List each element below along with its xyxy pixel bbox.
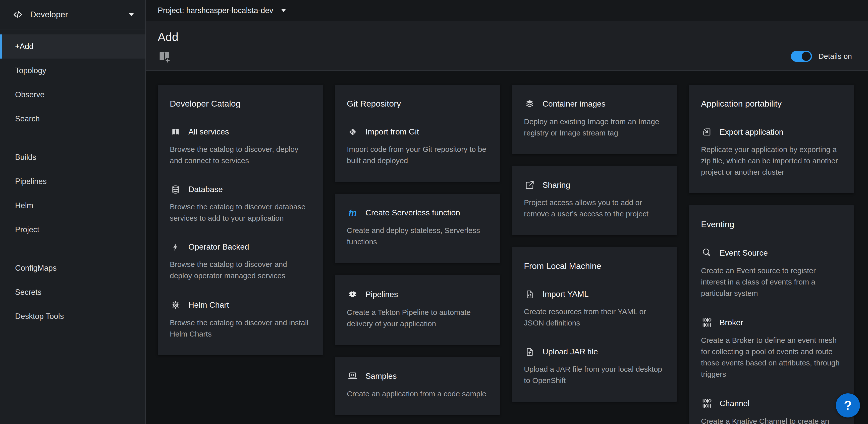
bolt-icon [170, 243, 181, 251]
sidebar-item-add[interactable]: +Add [0, 34, 146, 59]
card-item-link-all-services[interactable]: All services [170, 127, 311, 137]
card-item-link-database[interactable]: Database [170, 185, 311, 194]
card-pipelines: PipelinesCreate a Tekton Pipeline to aut… [335, 275, 500, 345]
sidebar: Developer +AddTopologyObserveSearchBuild… [0, 0, 146, 424]
card-item-description: Project access allows you to add or remo… [524, 197, 665, 219]
cards-grid: Developer CatalogAll servicesBrowse the … [158, 85, 856, 424]
samples-icon [347, 371, 359, 381]
file-upload-icon [524, 347, 535, 357]
sidebar-item-configmaps[interactable]: ConfigMaps [0, 256, 146, 280]
sidebar-item-project[interactable]: Project [0, 218, 146, 242]
card-item-description: Create a Tekton Pipeline to automate del… [347, 307, 488, 329]
card-item-link-operator-backed[interactable]: Operator Backed [170, 242, 311, 252]
card-item-import-yaml: Import YAMLCreate resources from their Y… [524, 289, 665, 329]
card-item-sharing: SharingProject access allows you to add … [524, 180, 665, 219]
card-item-link-broker[interactable]: Broker [701, 317, 842, 328]
file-code-icon [524, 290, 535, 299]
card-item-link-upload-jar-file[interactable]: Upload JAR file [524, 347, 665, 357]
card-item-description: Create a Broker to define an event mesh … [701, 335, 842, 380]
card-git-repository: Git RepositoryImport from GitImport code… [335, 85, 500, 182]
card-item-export-application: Export applicationReplicate your applica… [701, 127, 842, 178]
card-item-description: Create an Event source to register inter… [701, 265, 842, 299]
card-item-label: Channel [719, 399, 749, 408]
sidebar-item-pipelines[interactable]: Pipelines [0, 169, 146, 194]
card-item-label: Broker [719, 318, 743, 327]
main-area: Project: harshcasper-localsta-dev Add [146, 0, 868, 424]
channel-icon [701, 398, 713, 408]
sidebar-item-helm[interactable]: Helm [0, 194, 146, 218]
book-open-icon [170, 128, 181, 137]
card-column: Git RepositoryImport from GitImport code… [335, 85, 500, 415]
export-icon [701, 127, 713, 137]
card-item-link-pipelines[interactable]: Pipelines [347, 289, 488, 300]
card-from-local-machine: From Local MachineImport YAMLCreate reso… [512, 247, 677, 402]
card-title: Eventing [701, 219, 842, 229]
sidebar-item-desktop-tools[interactable]: Desktop Tools [0, 304, 146, 329]
card-item-label: Container images [542, 99, 606, 109]
event-source-icon [701, 248, 713, 258]
card-item-link-helm-chart[interactable]: Helm Chart [170, 300, 311, 310]
details-toggle-knob [802, 52, 811, 61]
card-item-link-container-images[interactable]: Container images [524, 99, 665, 109]
card-item-description: Browse the catalog to discover database … [170, 201, 311, 224]
code-icon [12, 9, 24, 20]
card-sharing: SharingProject access allows you to add … [512, 166, 677, 235]
card-item-label: Import YAML [542, 289, 589, 299]
git-icon [347, 128, 359, 137]
project-selector[interactable]: Project: harshcasper-localsta-dev [158, 6, 286, 15]
page-title: Add [158, 30, 854, 44]
card-item-label: Import from Git [366, 127, 419, 137]
card-item-container-images: Container imagesDeploy an existing Image… [524, 99, 665, 139]
sidebar-item-observe[interactable]: Observe [0, 83, 146, 107]
card-item-link-sharing[interactable]: Sharing [524, 180, 665, 190]
card-item-link-event-source[interactable]: Event Source [701, 248, 842, 258]
fn-icon: fn [347, 208, 359, 218]
perspective-switcher[interactable]: Developer [0, 0, 146, 29]
share-square-icon [524, 180, 535, 190]
card-item-description: Create and deploy stateless, Serverless … [347, 225, 488, 247]
card-column: Developer CatalogAll servicesBrowse the … [158, 85, 323, 355]
card-item-label: Export application [719, 128, 783, 137]
card-item-label: All services [188, 127, 229, 137]
card-item-pipelines: PipelinesCreate a Tekton Pipeline to aut… [347, 289, 488, 329]
sidebar-item-search[interactable]: Search [0, 107, 146, 131]
sidebar-item-secrets[interactable]: Secrets [0, 280, 146, 304]
quick-starts-catalog-icon[interactable] [158, 50, 171, 64]
help-button[interactable]: ? [836, 393, 860, 418]
card-item-link-import-yaml[interactable]: Import YAML [524, 289, 665, 299]
card-item-link-channel[interactable]: Channel [701, 398, 842, 408]
card-item-label: Database [188, 185, 223, 194]
card-item-channel: ChannelCreate a Knative Channel to creat… [701, 398, 842, 424]
card-item-description: Deploy an existing Image from an Image r… [524, 116, 665, 139]
sidebar-item-builds[interactable]: Builds [0, 145, 146, 169]
layers-icon [524, 99, 535, 109]
card-item-link-import-from-git[interactable]: Import from Git [347, 127, 488, 137]
add-page-content: Developer CatalogAll servicesBrowse the … [146, 70, 868, 424]
perspective-label: Developer [30, 10, 68, 19]
sidebar-item-topology[interactable]: Topology [0, 59, 146, 83]
topbar: Project: harshcasper-localsta-dev [146, 0, 868, 21]
app-window: Developer +AddTopologyObserveSearchBuild… [0, 0, 868, 424]
details-toggle[interactable] [791, 51, 812, 62]
details-toggle-label: Details on [818, 52, 852, 61]
card-item-upload-jar-file: Upload JAR fileUpload a JAR file from yo… [524, 347, 665, 386]
card-item-label: Helm Chart [188, 300, 229, 310]
card-item-link-samples[interactable]: Samples [347, 371, 488, 381]
card-item-description: Upload a JAR file from your local deskto… [524, 363, 665, 386]
card-item-operator-backed: Operator BackedBrowse the catalog to dis… [170, 242, 311, 281]
card-item-link-create-serverless-function[interactable]: fnCreate Serverless function [347, 208, 488, 218]
card-item-label: Sharing [542, 180, 570, 190]
card-item-broker: BrokerCreate a Broker to define an event… [701, 317, 842, 380]
card-item-link-export-application[interactable]: Export application [701, 127, 842, 137]
card-application-portability: Application portabilityExport applicatio… [689, 85, 854, 193]
sidebar-section-divider [0, 138, 146, 138]
card-item-helm-chart: Helm ChartBrowse the catalog to discover… [170, 300, 311, 340]
card-item-description: Browse the catalog to discover and deplo… [170, 259, 311, 281]
card-item-label: Create Serverless function [366, 208, 460, 218]
details-toggle-row: Details on [791, 51, 852, 62]
card-eventing: EventingEvent SourceCreate an Event sour… [689, 205, 854, 424]
project-selector-label: Project: harshcasper-localsta-dev [158, 6, 273, 15]
card-item-database: DatabaseBrowse the catalog to discover d… [170, 185, 311, 224]
database-icon [170, 185, 181, 194]
card-item-label: Samples [366, 371, 397, 381]
